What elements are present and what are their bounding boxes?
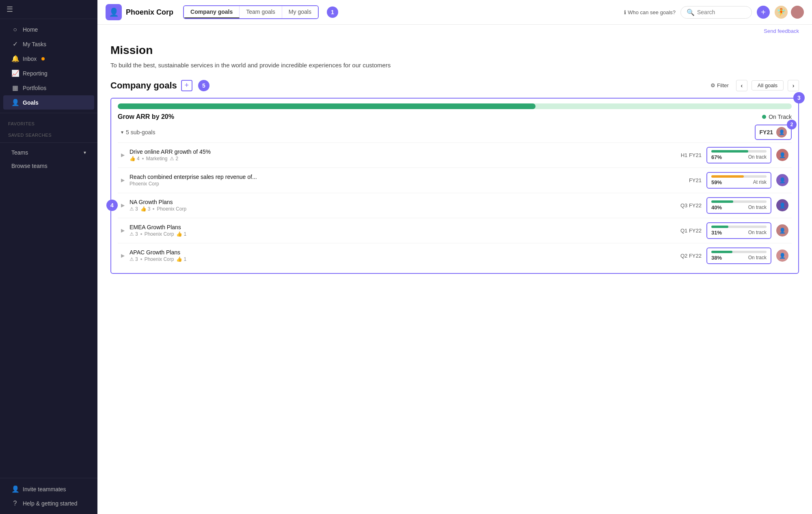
tab-team-goals[interactable]: Team goals [240,6,282,18]
expand-icon[interactable]: ▶ [121,152,125,158]
goal-name: Reach combined enterprise sales rep reve… [130,174,684,180]
expand-icon[interactable]: ▶ [121,253,125,258]
sidebar-item-label: Portfolios [23,85,46,91]
goal-team: Marketing [146,156,168,161]
expand-icon[interactable]: ▶ [121,177,125,183]
sidebar-item-inbox[interactable]: 🔔 Inbox [3,52,94,66]
sub-goals-header: ▾ 5 sub-goals 2 FY21 👤 [118,120,792,142]
info-icon: ℹ [624,9,626,15]
filter-icon: ⚙ [710,82,715,88]
search-icon: 🔍 [687,9,695,16]
sidebar-item-label: Inbox [23,56,37,62]
sub-goals-list: 4 ▶ Drive online ARR growth of 45% 👍 4 M… [118,142,792,268]
goals-filter-area: ⚙ Filter ‹ All goals › [707,80,799,91]
goals-add-button[interactable]: + [181,80,192,91]
browse-teams-label: Browse teams [11,163,48,169]
goals-tabs: Company goals Team goals My goals [183,5,319,19]
goal-pct: 38% [711,255,722,261]
filter-button[interactable]: ⚙ Filter [707,81,732,90]
sidebar-item-invite[interactable]: 👤 Invite teammates [3,482,94,496]
mini-bar-track [711,251,767,253]
goal-period: Q2 FY22 [680,253,702,259]
topbar-right: ℹ Who can see goals? 🔍 + 🧚 [624,6,804,19]
goal-name: APAC Growth Plans [130,249,676,256]
mini-bar-track [711,226,767,228]
teams-label: Teams [11,149,28,156]
help-label: Help & getting started [23,500,78,507]
help-icon: ? [11,500,19,507]
add-button[interactable]: + [757,6,770,19]
warning-count: ⚠ 3 [130,231,138,237]
hamburger-icon[interactable]: ☰ [6,5,13,14]
like-count: 👍 3 [140,206,151,212]
goal-status: On track [748,204,767,210]
sidebar-item-label: Home [23,26,38,33]
goal-progress: 31% On track [706,222,771,239]
expand-icon[interactable]: ▶ [121,202,125,208]
goal-name: NA Growth Plans [130,199,676,205]
tab-company-goals[interactable]: Company goals [184,6,240,18]
chevron-down-icon: ▾ [121,129,123,135]
mission-section: Mission To build the best, sustainable s… [110,37,799,80]
sidebar-item-portfolios[interactable]: ▦ Portfolios [3,81,94,95]
search-box[interactable]: 🔍 [680,6,752,19]
goal-progress: 67% On track [706,147,771,163]
expand-icon[interactable]: ▶ [121,228,125,233]
sidebar-item-reporting[interactable]: 📈 Reporting [3,66,94,80]
goal-team: Phoenix Corp [145,231,174,237]
org-header: 👤 Phoenix Corp [106,4,173,20]
table-row: ▶ NA Growth Plans ⚠ 3 👍 3 Phoenix Corp Q… [118,193,792,218]
goal-period: FY21 [689,177,702,183]
who-can-see-label: Who can see goals? [628,9,676,15]
goal-period: Q3 FY22 [680,202,702,209]
goal-info: APAC Growth Plans ⚠ 3 Phoenix Corp 👍 1 [130,249,676,262]
annotation-2: 2 [787,120,797,129]
sidebar-item-teams[interactable]: Teams ▾ [3,146,94,159]
goal-meta: ⚠ 3 👍 3 Phoenix Corp [130,206,676,212]
grow-arr-row: Grow ARR by 20% On Track [118,113,792,120]
saved-searches-section: Saved searches [0,128,97,139]
goal-team: Phoenix Corp [157,206,186,212]
main-goal-title: Grow ARR by 20% [118,113,174,120]
search-input[interactable] [697,9,746,15]
sidebar-item-browse-teams[interactable]: Browse teams [3,159,94,172]
goal-period: H1 FY21 [681,152,702,158]
all-goals-button[interactable]: All goals [752,80,784,90]
annotation-3: 3 [793,92,805,103]
sidebar-item-label: Goals [23,99,39,106]
like-count: 👍 1 [176,256,186,262]
annotation-1: 1 [327,6,338,18]
goal-avatar: 👤 [776,199,788,211]
goals-header: Company goals + 5 ⚙ Filter ‹ All goals › [110,80,799,91]
goal-avatar: 👤 [776,224,788,237]
grid-icon: ▦ [11,84,19,92]
sidebar-item-home[interactable]: ○ Home [3,23,94,37]
goal-status: On track [748,255,767,260]
mini-bar-fill [711,251,732,253]
sidebar-item-my-tasks[interactable]: ✓ My Tasks [3,37,94,51]
user-avatar[interactable] [791,6,804,19]
goal-progress: 59% At risk [706,172,771,189]
fy21-badge: 2 FY21 👤 [755,125,792,140]
table-row: ▶ EMEA Growth Plans ⚠ 3 Phoenix Corp 👍 1… [118,218,792,243]
next-arrow-button[interactable]: › [788,80,799,91]
goal-info: Reach combined enterprise sales rep reve… [130,174,684,187]
warning-count: ⚠ 3 [130,206,138,212]
notification-avatar: 🧚 [775,6,788,19]
goal-info: EMEA Growth Plans ⚠ 3 Phoenix Corp 👍 1 [130,224,676,237]
goal-period: Q1 FY22 [680,228,702,234]
goal-pct: 67% [711,154,722,160]
sidebar-item-help[interactable]: ? Help & getting started [3,497,94,510]
tab-my-goals[interactable]: My goals [282,6,318,18]
person-icon: 👤 [11,99,19,106]
goal-pct: 31% [711,230,722,236]
sidebar-item-goals[interactable]: 👤 Goals [3,95,94,110]
who-can-see-button[interactable]: ℹ Who can see goals? [624,9,676,15]
goal-avatar: 👤 [776,249,788,262]
invite-icon: 👤 [11,485,19,493]
mini-bar-fill [711,200,733,203]
prev-arrow-button[interactable]: ‹ [736,80,747,91]
sidebar-item-label: My Tasks [23,41,46,47]
send-feedback-link[interactable]: Send feedback [110,25,799,37]
mini-bar-fill [711,150,748,153]
